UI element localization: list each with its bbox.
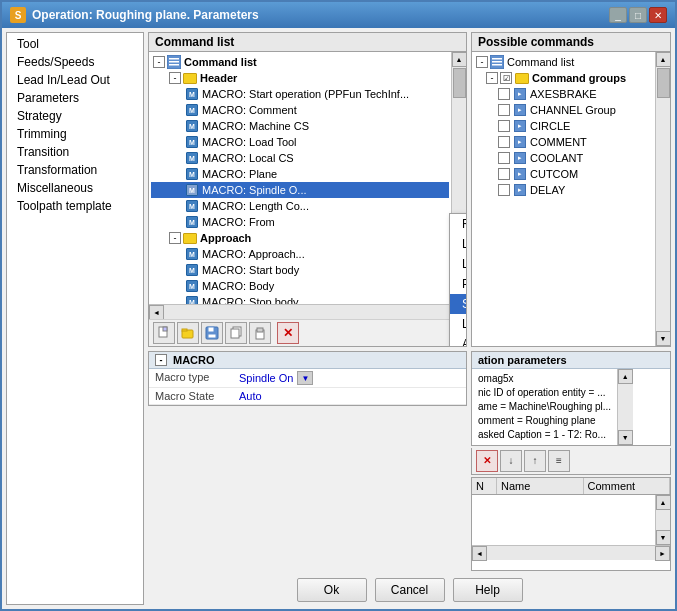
sidebar-item-transformation[interactable]: Transformation <box>7 161 143 179</box>
checkbox-icon[interactable] <box>498 136 510 148</box>
context-menu-item-from[interactable]: From <box>450 214 467 234</box>
context-menu-item-length-corrector-on[interactable]: Length Corrector On <box>450 314 467 334</box>
checkbox-icon[interactable]: ☑ <box>500 72 512 84</box>
tree-item-macro-stop-body[interactable]: M MACRO: Stop body <box>151 294 449 304</box>
tree-item-command-list[interactable]: - Command list <box>151 54 449 70</box>
toolbar-new-button[interactable] <box>153 322 175 344</box>
tree-item-macro-load-tool[interactable]: M MACRO: Load Tool <box>151 134 449 150</box>
ok-button[interactable]: Ok <box>297 578 367 602</box>
command-list-tree[interactable]: - Command list <box>149 52 451 304</box>
possible-item-coolant[interactable]: ▸ COOLANT <box>474 150 653 166</box>
tree-item-macro-local-cs[interactable]: M MACRO: Local CS <box>151 150 449 166</box>
checkbox-icon[interactable] <box>498 168 510 180</box>
help-button[interactable]: Help <box>453 578 523 602</box>
params-up-button[interactable]: ↑ <box>524 450 546 472</box>
scroll-left[interactable]: ◄ <box>472 546 487 561</box>
sidebar-item-parameters[interactable]: Parameters <box>7 89 143 107</box>
tree-item-macro-length-corrector[interactable]: M MACRO: Length Co... <box>151 198 449 214</box>
scroll-thumb[interactable] <box>453 68 466 98</box>
tree-item-macro-machine-cs[interactable]: M MACRO: Machine CS <box>151 118 449 134</box>
possible-item-command-list[interactable]: - Command list <box>474 54 653 70</box>
toolbar-delete-button[interactable]: ✕ <box>277 322 299 344</box>
tree-item-macro-approach[interactable]: M MACRO: Approach... <box>151 246 449 262</box>
tree-item-macro-comment[interactable]: M MACRO: Comment <box>151 102 449 118</box>
scroll-down-button[interactable]: ▼ <box>656 530 671 545</box>
expand-icon[interactable]: - <box>169 232 181 244</box>
context-menu-item-local-cs[interactable]: Local CS <box>450 254 467 274</box>
expand-icon[interactable]: - <box>476 56 488 68</box>
toolbar-open-button[interactable] <box>177 322 199 344</box>
possible-item-delay[interactable]: ▸ DELAY <box>474 182 653 198</box>
possible-item-circle[interactable]: ▸ CIRCLE <box>474 118 653 134</box>
sidebar-item-tool[interactable]: Tool <box>7 35 143 53</box>
context-menu-item-spindle-on[interactable]: Spindle On <box>450 294 467 314</box>
tree-item-macro-spindle-on[interactable]: M MACRO: Spindle O... <box>151 182 449 198</box>
horizontal-scrollbar[interactable]: ◄ ► <box>149 304 466 319</box>
context-menu-item-load-tool[interactable]: Load Tool <box>450 234 467 254</box>
sidebar-item-feeds-speeds[interactable]: Feeds/Speeds <box>7 53 143 71</box>
tree-item-macro-start[interactable]: M MACRO: Start operation (PPFun TechInf.… <box>151 86 449 102</box>
params-table-rows[interactable] <box>472 495 655 545</box>
possible-item-comment[interactable]: ▸ COMMENT <box>474 134 653 150</box>
tree-item-header[interactable]: - Header <box>151 70 449 86</box>
tree-item-macro-body[interactable]: M MACRO: Body <box>151 278 449 294</box>
minimize-button[interactable]: _ <box>609 7 627 23</box>
possible-item-axesbrake[interactable]: ▸ AXESBRAKE <box>474 86 653 102</box>
scroll-up-button[interactable]: ▲ <box>618 369 633 384</box>
tree-item-macro-start-body[interactable]: M MACRO: Start body <box>151 262 449 278</box>
scroll-up-button[interactable]: ▲ <box>452 52 467 67</box>
expand-icon[interactable]: - <box>153 56 165 68</box>
sidebar-item-lead-in-out[interactable]: Lead In/Lead Out <box>7 71 143 89</box>
params-equal-button[interactable]: ≡ <box>548 450 570 472</box>
sidebar-item-miscellaneous[interactable]: Miscellaneous <box>7 179 143 197</box>
scroll-thumb[interactable] <box>657 68 670 98</box>
expand-icon[interactable]: - <box>486 72 498 84</box>
tree-item-macro-plane[interactable]: M MACRO: Plane <box>151 166 449 182</box>
checkbox-icon[interactable] <box>498 104 510 116</box>
tree-item-macro-from[interactable]: M MACRO: From <box>151 214 449 230</box>
scroll-up-button[interactable]: ▲ <box>656 52 671 67</box>
scroll-track[interactable] <box>656 510 671 530</box>
toolbar-paste-button[interactable] <box>249 322 271 344</box>
possible-item-label: CHANNEL Group <box>530 104 616 116</box>
scroll-down-button[interactable]: ▼ <box>618 430 633 445</box>
possible-commands-tree[interactable]: - Command list <box>472 52 655 346</box>
sidebar-item-strategy[interactable]: Strategy <box>7 107 143 125</box>
params-delete-button[interactable]: ✕ <box>476 450 498 472</box>
scroll-track[interactable] <box>618 384 633 430</box>
expand-icon[interactable]: - <box>169 72 181 84</box>
tree-label: MACRO: Comment <box>202 104 297 116</box>
checkbox-icon[interactable] <box>498 152 510 164</box>
h-scroll-track[interactable] <box>487 546 655 560</box>
context-menu-item-approach[interactable]: Approach <box>450 334 467 347</box>
macro-expand-icon[interactable]: - <box>155 354 167 366</box>
sidebar-item-trimming[interactable]: Trimming <box>7 125 143 143</box>
close-button[interactable]: ✕ <box>649 7 667 23</box>
sidebar-item-toolpath-template[interactable]: Toolpath template <box>7 197 143 215</box>
h-scroll-track[interactable] <box>164 305 451 319</box>
scroll-right[interactable]: ► <box>655 546 670 561</box>
scroll-up-button[interactable]: ▲ <box>656 495 671 510</box>
cancel-button[interactable]: Cancel <box>375 578 445 602</box>
scroll-down-button[interactable]: ▼ <box>656 331 671 346</box>
sidebar-item-transition[interactable]: Transition <box>7 143 143 161</box>
possible-item-channel-group[interactable]: ▸ CHANNEL Group <box>474 102 653 118</box>
scroll-track[interactable] <box>656 67 671 331</box>
possible-item-command-groups[interactable]: - ☑ Command groups <box>474 70 653 86</box>
possible-item-cutcom[interactable]: ▸ CUTCOM <box>474 166 653 182</box>
checkbox-icon[interactable] <box>498 120 510 132</box>
params-down-button[interactable]: ↓ <box>500 450 522 472</box>
op-params-scrollbar[interactable]: ▲ ▼ <box>617 369 632 445</box>
context-menu-item-plane[interactable]: Plane <box>450 274 467 294</box>
params-h-scroll[interactable]: ◄ ► <box>472 545 670 560</box>
toolbar-save-button[interactable] <box>201 322 223 344</box>
maximize-button[interactable]: □ <box>629 7 647 23</box>
scroll-left-button[interactable]: ◄ <box>149 305 164 320</box>
checkbox-icon[interactable] <box>498 184 510 196</box>
params-table-scrollbar[interactable]: ▲ ▼ <box>655 495 670 545</box>
tree-item-approach[interactable]: - Approach <box>151 230 449 246</box>
checkbox-icon[interactable] <box>498 88 510 100</box>
possible-commands-scrollbar[interactable]: ▲ ▼ <box>655 52 670 346</box>
toolbar-copy-button[interactable] <box>225 322 247 344</box>
macro-type-dropdown[interactable]: ▼ <box>297 371 313 385</box>
